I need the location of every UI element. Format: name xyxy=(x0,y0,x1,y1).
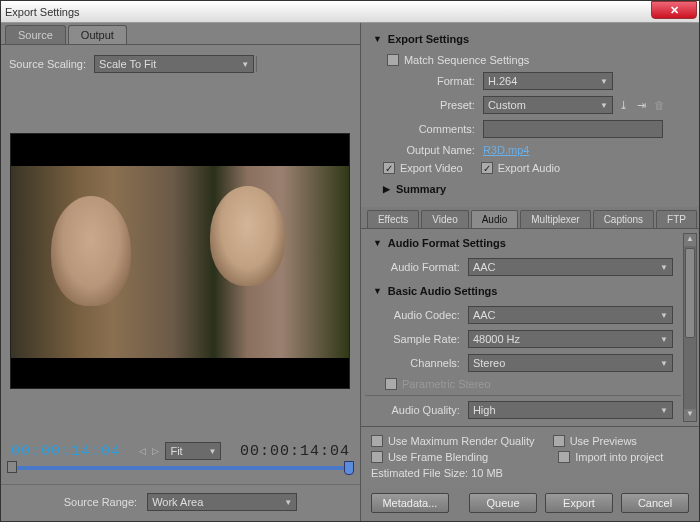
format-label: Format: xyxy=(373,75,483,87)
timeline-controls: 00:00:14:04 ◁ ▷ Fit▼ 00:00:14:04 xyxy=(1,438,360,476)
format-select[interactable]: H.264▼ xyxy=(483,72,613,90)
export-audio-label: Export Audio xyxy=(498,162,560,174)
use-previews-label: Use Previews xyxy=(570,435,637,447)
metadata-button[interactable]: Metadata... xyxy=(371,493,449,513)
prev-frame-icon[interactable]: ◁ xyxy=(139,446,146,456)
chevron-down-icon: ▼ xyxy=(660,263,668,272)
comments-input[interactable] xyxy=(483,120,663,138)
export-audio-checkbox[interactable]: ✓ xyxy=(481,162,493,174)
import-project-label: Import into project xyxy=(575,451,663,463)
in-point-handle[interactable] xyxy=(7,461,17,473)
preset-select[interactable]: Custom▼ xyxy=(483,96,613,114)
audio-format-label: Audio Format: xyxy=(373,261,468,273)
settings-tabs: Effects Video Audio Multiplexer Captions… xyxy=(361,207,699,229)
source-scaling-select[interactable]: Scale To Fit▼ xyxy=(94,55,254,73)
tab-video[interactable]: Video xyxy=(421,210,468,228)
export-video-checkbox[interactable]: ✓ xyxy=(383,162,395,174)
save-preset-icon[interactable]: ⤓ xyxy=(617,98,631,112)
max-render-label: Use Maximum Render Quality xyxy=(388,435,535,447)
audio-settings-panel: ▼ Audio Format Settings Audio Format: AA… xyxy=(361,229,699,426)
scroll-up-icon[interactable]: ▲ xyxy=(684,234,696,246)
preset-label: Preset: xyxy=(373,99,483,111)
parametric-stereo-label: Parametric Stereo xyxy=(402,378,491,390)
sample-rate-label: Sample Rate: xyxy=(373,333,468,345)
audio-codec-select[interactable]: AAC▼ xyxy=(468,306,673,324)
source-range-label: Source Range: xyxy=(64,496,137,508)
chevron-down-icon: ▼ xyxy=(660,406,668,415)
zoom-fit-select[interactable]: Fit▼ xyxy=(165,442,221,460)
export-settings-window: Export Settings ✕ Source Output Source S… xyxy=(0,0,700,522)
match-sequence-label: Match Sequence Settings xyxy=(404,54,529,66)
comments-label: Comments: xyxy=(373,123,483,135)
source-scaling-label: Source Scaling: xyxy=(9,58,86,70)
bottom-options: Use Maximum Render Quality Use Previews … xyxy=(361,426,699,487)
audio-format-select[interactable]: AAC▼ xyxy=(468,258,673,276)
disclosure-right-icon: ▶ xyxy=(383,184,390,194)
preview-area: 00:00:14:04 ◁ ▷ Fit▼ 00:00:14:04 xyxy=(1,83,360,521)
queue-button[interactable]: Queue xyxy=(469,493,537,513)
disclosure-down-icon: ▼ xyxy=(373,286,382,296)
tab-captions[interactable]: Captions xyxy=(593,210,654,228)
chevron-down-icon: ▼ xyxy=(600,101,608,110)
frame-blending-label: Use Frame Blending xyxy=(388,451,488,463)
audio-codec-label: Audio Codec: xyxy=(373,309,468,321)
titlebar: Export Settings ✕ xyxy=(1,1,699,23)
export-video-label: Export Video xyxy=(400,162,463,174)
current-timecode[interactable]: 00:00:14:04 xyxy=(11,443,121,460)
import-project-checkbox[interactable] xyxy=(558,451,570,463)
scroll-down-icon[interactable]: ▼ xyxy=(684,409,696,421)
chevron-down-icon: ▼ xyxy=(660,311,668,320)
import-preset-icon[interactable]: ⇥ xyxy=(635,98,649,112)
tab-multiplexer[interactable]: Multiplexer xyxy=(520,210,590,228)
export-button[interactable]: Export xyxy=(545,493,613,513)
channels-label: Channels: xyxy=(373,357,468,369)
scrollbar[interactable]: ▲ ▼ xyxy=(683,233,697,422)
sample-rate-select[interactable]: 48000 Hz▼ xyxy=(468,330,673,348)
tab-source[interactable]: Source xyxy=(5,25,66,44)
frame-blending-checkbox[interactable] xyxy=(371,451,383,463)
channels-select[interactable]: Stereo▼ xyxy=(468,354,673,372)
tab-ftp[interactable]: FTP xyxy=(656,210,697,228)
chevron-down-icon: ▼ xyxy=(660,359,668,368)
max-render-checkbox[interactable] xyxy=(371,435,383,447)
output-name-label: Output Name: xyxy=(373,144,483,156)
video-preview[interactable] xyxy=(10,133,350,389)
export-settings-header[interactable]: ▼ Export Settings xyxy=(365,27,693,51)
delete-preset-icon[interactable]: 🗑 xyxy=(653,98,667,112)
right-pane: ▼ Export Settings Match Sequence Setting… xyxy=(361,23,699,521)
chevron-down-icon: ▼ xyxy=(600,77,608,86)
next-frame-icon[interactable]: ▷ xyxy=(152,446,159,456)
match-sequence-checkbox[interactable] xyxy=(387,54,399,66)
timeline-slider[interactable] xyxy=(11,466,350,470)
summary-header[interactable]: ▶ Summary xyxy=(365,177,693,201)
close-button[interactable]: ✕ xyxy=(651,1,697,19)
tab-output[interactable]: Output xyxy=(68,25,127,44)
audio-format-header[interactable]: ▼ Audio Format Settings xyxy=(365,231,681,255)
output-tab-content: Source Scaling: Scale To Fit▼ xyxy=(1,44,360,83)
basic-audio-header[interactable]: ▼ Basic Audio Settings xyxy=(365,279,681,303)
parametric-stereo-checkbox xyxy=(385,378,397,390)
tab-effects[interactable]: Effects xyxy=(367,210,419,228)
window-title: Export Settings xyxy=(5,6,80,18)
preview-tabs: Source Output xyxy=(1,23,360,44)
out-point-handle[interactable] xyxy=(344,461,354,475)
estimated-size-label: Estimated File Size: 10 MB xyxy=(371,467,503,479)
close-icon: ✕ xyxy=(670,4,679,17)
scroll-thumb[interactable] xyxy=(685,248,695,338)
preview-content xyxy=(11,166,180,358)
total-timecode: 00:00:14:04 xyxy=(240,443,350,460)
left-pane: Source Output Source Scaling: Scale To F… xyxy=(1,23,361,521)
use-previews-checkbox[interactable] xyxy=(553,435,565,447)
chevron-down-icon: ▼ xyxy=(660,335,668,344)
audio-quality-select[interactable]: High▼ xyxy=(468,401,673,419)
chevron-down-icon: ▼ xyxy=(241,60,249,69)
tab-audio[interactable]: Audio xyxy=(471,210,519,228)
disclosure-down-icon: ▼ xyxy=(373,34,382,44)
source-range-select[interactable]: Work Area▼ xyxy=(147,493,297,511)
audio-quality-label: Audio Quality: xyxy=(373,404,468,416)
cancel-button[interactable]: Cancel xyxy=(621,493,689,513)
chevron-down-icon: ▼ xyxy=(284,498,292,507)
dialog-buttons: Metadata... Queue Export Cancel xyxy=(361,487,699,521)
output-name-link[interactable]: R3D.mp4 xyxy=(483,144,529,156)
chevron-down-icon: ▼ xyxy=(209,447,217,456)
